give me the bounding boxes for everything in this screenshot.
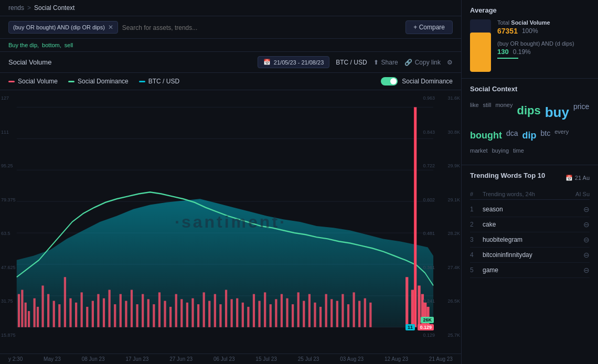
total-label: Total Social Volume	[497, 19, 590, 26]
search-input-wrap[interactable]	[122, 24, 401, 31]
word-still[interactable]: still	[483, 100, 492, 125]
tooltip-0129: 0.129	[418, 324, 434, 330]
row-minus-icon-1[interactable]: ⊖	[579, 205, 590, 213]
filter-tag[interactable]: (buy OR bought) AND (dip OR dips) ✕	[8, 21, 118, 34]
svg-rect-21	[81, 292, 83, 327]
row-word-game[interactable]: game	[483, 266, 579, 274]
svg-rect-27	[114, 304, 116, 327]
svg-rect-53	[258, 301, 260, 327]
suggestion-buy-dip[interactable]: Buy the dip	[8, 42, 39, 48]
svg-rect-67	[336, 301, 338, 327]
chart-legend: Social Volume Social Dominance BTC / USD…	[0, 73, 461, 90]
copy-link-button[interactable]: 🔗 Copy link	[404, 59, 441, 66]
word-dips[interactable]: dips	[517, 100, 540, 125]
row-minus-icon-2[interactable]: ⊖	[579, 220, 590, 229]
suggestion-row: Buy the dip bottom sell	[0, 39, 461, 52]
legend-pair-color	[139, 81, 145, 82]
chart-controls: 📅 21/05/23 - 21/08/23 BTC / USD ⬆ Share …	[258, 56, 453, 68]
svg-rect-54	[264, 292, 266, 327]
svg-rect-47	[225, 290, 227, 327]
word-btc[interactable]: btc	[541, 127, 551, 144]
suggestion-sell[interactable]: sell	[65, 42, 73, 48]
breadcrumb: rends > Social Context	[0, 0, 461, 16]
social-context-title: Social Context	[470, 85, 590, 93]
filter-underline	[497, 58, 518, 59]
svg-rect-59	[292, 304, 294, 327]
word-buying[interactable]: buying	[492, 146, 509, 156]
breadcrumb-parent[interactable]: rends	[8, 4, 24, 12]
svg-rect-14	[41, 285, 44, 327]
suggestion-bottom[interactable]: bottom	[42, 42, 61, 48]
svg-rect-49	[236, 298, 238, 327]
svg-rect-16	[53, 301, 55, 327]
chart-title: Social Volume	[8, 58, 51, 66]
breadcrumb-current: Social Context	[34, 4, 74, 12]
row-word-cake[interactable]: cake	[483, 221, 579, 228]
toggle-row: Social Dominance	[381, 77, 453, 85]
word-time[interactable]: time	[513, 146, 524, 156]
trending-section: Trending Words Top 10 📅 21 Au # Trending…	[462, 165, 598, 364]
word-buy[interactable]: buy	[545, 100, 569, 125]
row-rank-2: 2	[470, 221, 483, 228]
y-axis-mid: 0.963 0.843 0.722 0.602 0.481 0.361 0.24…	[423, 95, 435, 338]
search-input[interactable]	[122, 24, 401, 31]
svg-rect-33	[147, 299, 150, 327]
word-price[interactable]: price	[573, 100, 589, 125]
legend-dominance: Social Dominance	[68, 78, 129, 85]
svg-rect-26	[109, 290, 111, 327]
table-row: 5 game ⊖	[470, 263, 590, 278]
word-cloud: like still money dips buy price bought d…	[470, 98, 590, 158]
svg-rect-20	[75, 303, 77, 327]
word-every[interactable]: every	[554, 127, 569, 144]
table-row: 3 huobitelegram ⊖	[470, 232, 590, 248]
legend-pair: BTC / USD	[139, 78, 179, 85]
svg-rect-62	[308, 294, 311, 327]
col-header-word: Trending words, 24h	[483, 191, 563, 197]
row-minus-icon-3[interactable]: ⊖	[579, 235, 590, 244]
svg-rect-35	[158, 292, 161, 327]
svg-rect-37	[169, 307, 172, 327]
left-panel: rends > Social Context (buy OR bought) A…	[0, 0, 462, 364]
filter-percent: 0.19%	[513, 48, 531, 56]
word-bought[interactable]: bought	[470, 127, 502, 144]
row-rank-5: 5	[470, 266, 483, 274]
svg-rect-29	[125, 301, 127, 327]
row-word-huobitelegram[interactable]: huobitelegram	[483, 236, 579, 243]
svg-rect-9	[21, 290, 23, 327]
word-dip[interactable]: dip	[522, 127, 537, 144]
chart-header: Social Volume 📅 21/05/23 - 21/08/23 BTC …	[0, 52, 461, 73]
row-minus-icon-4[interactable]: ⊖	[579, 251, 590, 259]
word-market[interactable]: market	[470, 146, 488, 156]
word-dca[interactable]: dca	[506, 127, 518, 144]
svg-rect-8	[18, 294, 20, 327]
total-number: 67351	[497, 27, 518, 35]
settings-button[interactable]: ⚙	[447, 59, 453, 66]
pair-label: BTC / USD	[336, 59, 367, 66]
word-money[interactable]: money	[495, 100, 512, 125]
total-percent: 100%	[522, 27, 538, 35]
compare-button[interactable]: + Compare	[405, 20, 453, 34]
link-icon: 🔗	[404, 59, 412, 66]
search-bar: (buy OR bought) AND (dip OR dips) ✕ + Co…	[0, 16, 461, 39]
filter-close-icon[interactable]: ✕	[108, 24, 113, 31]
word-like[interactable]: like	[470, 100, 479, 125]
row-minus-icon-5[interactable]: ⊖	[579, 266, 590, 274]
svg-rect-42	[197, 304, 199, 327]
social-dominance-toggle[interactable]	[381, 77, 398, 85]
svg-rect-11	[28, 311, 30, 327]
svg-rect-77	[418, 285, 420, 327]
svg-rect-40	[186, 303, 188, 327]
date-range-button[interactable]: 📅 21/05/23 - 21/08/23	[258, 56, 329, 68]
svg-rect-36	[164, 301, 166, 327]
row-word-season[interactable]: season	[483, 206, 579, 213]
total-value-row: 67351 100%	[497, 27, 590, 35]
svg-rect-13	[37, 307, 39, 327]
share-button[interactable]: ⬆ Share	[373, 59, 398, 66]
row-word-bitcoininfinityday[interactable]: bitcoininfinnityday	[483, 251, 579, 259]
svg-rect-25	[103, 298, 105, 327]
table-row: 1 season ⊖	[470, 202, 590, 217]
filter-number: 130	[497, 48, 509, 56]
row-rank-3: 3	[470, 236, 483, 243]
svg-rect-70	[353, 292, 355, 327]
chart-svg	[0, 90, 461, 354]
